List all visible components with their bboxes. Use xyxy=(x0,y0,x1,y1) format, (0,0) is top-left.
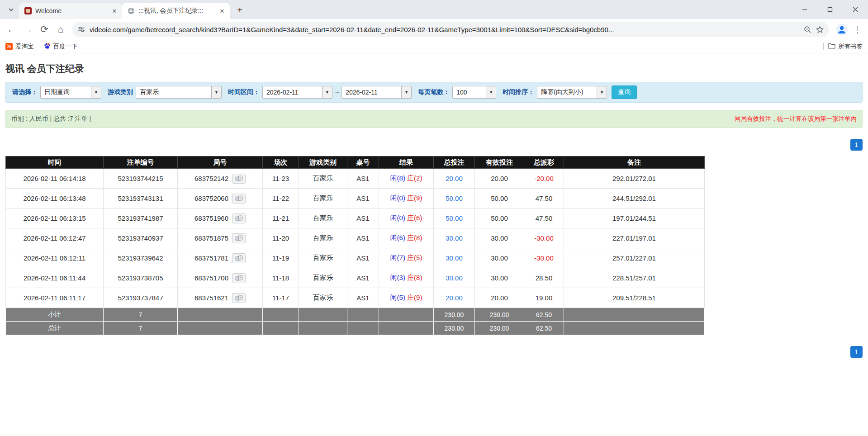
per-page-label: 每页笔数： xyxy=(418,88,450,96)
subtotal-total-bet: 230.00 xyxy=(434,308,475,322)
cell-bet-no: 523193738705 xyxy=(104,268,178,288)
filter-bar: 请选择： 日期查询 ▼ 游戏类别 百家乐 ▼ 时间区间： 2026-02-11 … xyxy=(5,82,863,103)
date-end-input[interactable]: 2026-02-11 ▼ xyxy=(342,86,412,99)
table-row: 2026-02-11 06:13:15523193741987683751960… xyxy=(6,209,705,228)
globe-favicon-icon xyxy=(128,7,135,14)
chevron-down-icon[interactable]: ▼ xyxy=(597,86,607,98)
chevron-down-icon[interactable]: ▼ xyxy=(401,86,411,98)
bookmark-aitaobao[interactable]: 淘 爱淘宝 xyxy=(5,43,34,51)
cell-result: 闲(8) 庄(2) xyxy=(379,169,434,189)
address-bar[interactable]: videoie.com/game/betrecord_search/kind3?… xyxy=(72,22,829,37)
cell-note: 244.51/292.01 xyxy=(564,189,705,209)
folder-icon xyxy=(828,43,835,50)
cell-session: 11-19 xyxy=(263,248,299,268)
table-row: 2026-02-11 06:12:47523193740937683751875… xyxy=(6,228,705,248)
cell-session: 11-18 xyxy=(263,268,299,288)
round-image-button[interactable] xyxy=(232,233,246,243)
date-start-input[interactable]: 2026-02-11 ▼ xyxy=(262,86,332,99)
cell-time: 2026-02-11 06:11:44 xyxy=(6,268,104,288)
bet-table: 时间注单编号局号场次游戏类别桌号结果总投注有效投注总派彩备注 2026-02-1… xyxy=(5,156,705,335)
profile-avatar[interactable] xyxy=(835,23,848,36)
game-kind-select[interactable]: 百家乐 ▼ xyxy=(136,86,222,99)
bookmarks-bar: 淘 爱淘宝 百度一下 所有书签 xyxy=(0,40,868,53)
maximize-button[interactable] xyxy=(817,0,843,19)
cell-game-kind: 百家乐 xyxy=(299,169,347,189)
cell-total-bet: 50.00 xyxy=(434,189,475,209)
cell-total-bet: 30.00 xyxy=(434,248,475,268)
chevron-down-icon[interactable]: ▼ xyxy=(322,86,332,98)
site-info-icon[interactable] xyxy=(78,26,85,33)
pagination-bottom: 1 xyxy=(5,346,863,358)
back-icon[interactable]: ← xyxy=(4,21,20,38)
cell-valid-bet: 20.00 xyxy=(475,288,524,308)
all-bookmarks-label: 所有书签 xyxy=(838,43,863,51)
table-header-row: 时间注单编号局号场次游戏类别桌号结果总投注有效投注总派彩备注 xyxy=(6,156,705,169)
cell-game-kind: 百家乐 xyxy=(299,189,347,209)
cell-time: 2026-02-11 06:12:47 xyxy=(6,228,104,248)
refresh-icon[interactable]: ⟳ xyxy=(36,21,52,38)
page-1-button[interactable]: 1 xyxy=(850,346,863,358)
chevron-down-icon[interactable]: ▼ xyxy=(91,86,101,98)
grand-total-count: 7 xyxy=(104,322,178,335)
query-type-select[interactable]: 日期查询 ▼ xyxy=(40,86,101,99)
page-content: 视讯 会员下注纪录 请选择： 日期查询 ▼ 游戏类别 百家乐 ▼ 时间区间： 2… xyxy=(0,62,868,358)
round-image-button[interactable] xyxy=(232,174,246,184)
per-page-select[interactable]: 100 ▼ xyxy=(452,86,496,99)
cell-valid-bet: 50.00 xyxy=(475,189,524,209)
zoom-icon[interactable] xyxy=(804,26,811,33)
cell-payout: -20.00 xyxy=(524,169,564,189)
forward-icon[interactable]: → xyxy=(20,21,36,38)
grand-total-valid-bet: 230.00 xyxy=(475,322,524,335)
subtotal-row: 小计7230.00230.0062.50 xyxy=(6,308,705,322)
tab-close-icon[interactable]: ✕ xyxy=(218,7,226,15)
round-image-button[interactable] xyxy=(232,273,246,283)
cell-table-no: AS1 xyxy=(347,209,379,228)
chevron-down-icon[interactable]: ▼ xyxy=(486,86,496,98)
round-image-button[interactable] xyxy=(232,253,246,263)
column-header: 游戏类别 xyxy=(299,156,347,169)
round-image-button[interactable] xyxy=(232,213,246,223)
welcome-favicon-icon xyxy=(24,7,32,14)
cell-payout: 19.00 xyxy=(524,288,564,308)
browser-window: Welcome ✕ :::视讯, 会员下注纪录::: ✕ + ← → ⟳ ⌂ v… xyxy=(0,0,868,53)
sort-order-label: 时间排序： xyxy=(503,88,534,96)
tab-welcome[interactable]: Welcome ✕ xyxy=(19,3,122,19)
bookmark-baidu[interactable]: 百度一下 xyxy=(44,43,78,51)
game-kind-label: 游戏类别 xyxy=(108,88,133,96)
cell-round-no: 683751781 xyxy=(178,248,263,268)
cell-note: 292.01/272.01 xyxy=(564,169,705,189)
bookmark-label: 爱淘宝 xyxy=(15,43,34,51)
column-header: 局号 xyxy=(178,156,263,169)
all-bookmarks-button[interactable]: 所有书签 xyxy=(828,43,863,51)
table-row: 2026-02-11 06:13:48523193743131683752060… xyxy=(6,189,705,209)
url-text[interactable]: videoie.com/game/betrecord_search/kind3?… xyxy=(90,26,799,33)
home-icon[interactable]: ⌂ xyxy=(52,21,69,38)
cell-bet-no: 523193737847 xyxy=(104,288,178,308)
cell-result: 闲(3) 庄(8) xyxy=(379,268,434,288)
cell-bet-no: 523193744215 xyxy=(104,169,178,189)
search-button[interactable]: 查询 xyxy=(612,85,637,99)
cell-round-no: 683751700 xyxy=(178,268,263,288)
bookmark-star-icon[interactable] xyxy=(816,26,824,33)
tab-close-icon[interactable]: ✕ xyxy=(110,7,119,15)
column-header: 桌号 xyxy=(347,156,379,169)
cell-bet-no: 523193743131 xyxy=(104,189,178,209)
round-image-button[interactable] xyxy=(232,194,246,204)
minimize-button[interactable] xyxy=(792,0,817,19)
tab-search-chevron-icon[interactable] xyxy=(5,3,17,16)
cell-session: 11-22 xyxy=(263,189,299,209)
close-button[interactable] xyxy=(843,0,868,19)
tab-strip: Welcome ✕ :::视讯, 会员下注纪录::: ✕ + xyxy=(0,0,868,19)
sort-order-select[interactable]: 降幂(由大到小) ▼ xyxy=(537,86,607,99)
cell-time: 2026-02-11 06:13:48 xyxy=(6,189,104,209)
page-1-button[interactable]: 1 xyxy=(850,139,863,151)
baidu-paw-icon xyxy=(44,43,51,51)
page-title: 视讯 会员下注纪录 xyxy=(5,62,863,75)
round-image-button[interactable] xyxy=(232,293,246,303)
subtotal-count: 7 xyxy=(104,308,178,322)
chevron-down-icon[interactable]: ▼ xyxy=(211,86,221,98)
menu-kebab-icon[interactable]: ⋮ xyxy=(851,23,864,36)
cell-result: 闲(0) 庄(9) xyxy=(379,189,434,209)
new-tab-button[interactable]: + xyxy=(233,4,246,16)
tab-betrecord[interactable]: :::视讯, 会员下注纪录::: ✕ xyxy=(122,3,230,19)
